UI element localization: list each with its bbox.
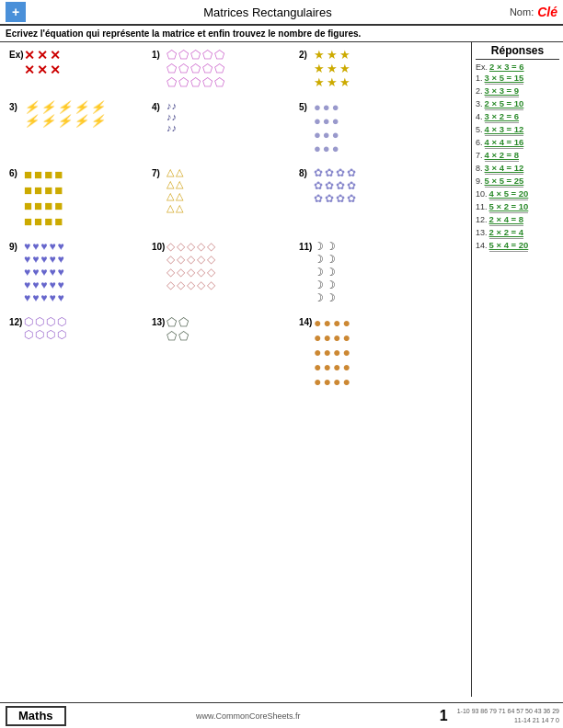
shape-lightning: ⚡ bbox=[24, 114, 39, 128]
shape-circle: ● bbox=[323, 128, 330, 142]
exercise-6: 6) ■ ■ ■ ■ ■ ■ ■ ■ bbox=[6, 165, 148, 231]
answer-item-row: 11. 5 × 2 = 10 bbox=[476, 200, 559, 213]
shape-hex: ⬡ bbox=[24, 328, 33, 341]
shape-diamond: ◇ bbox=[177, 253, 185, 266]
exercise-3: 3) ⚡ ⚡ ⚡ ⚡ ⚡ ⚡ ⚡ ⚡ ⚡ bbox=[6, 98, 148, 157]
answer-value: 3 × 4 = 12 bbox=[485, 162, 524, 175]
shape-square: ■ bbox=[44, 182, 52, 198]
answer-item-row: 7. 4 × 2 = 8 bbox=[476, 149, 559, 162]
shape-diamond: ◇ bbox=[177, 279, 185, 291]
shape-flower: ✿ bbox=[325, 166, 334, 179]
shape-flower: ✿ bbox=[347, 179, 356, 192]
exercise-7: 7) △ △ △ △ △ △ bbox=[148, 165, 295, 231]
shape-square: ■ bbox=[24, 166, 32, 182]
shape-triangle: △ bbox=[176, 202, 183, 214]
shape-diamond: ◇ bbox=[197, 279, 205, 291]
shape-crescent: ☽ bbox=[326, 266, 336, 279]
answer-num-label: 12. bbox=[476, 215, 488, 224]
shape-diamond: ◇ bbox=[167, 266, 175, 279]
shape-square: ■ bbox=[34, 166, 42, 182]
shape-heart: ♥ bbox=[24, 253, 30, 266]
shape-square: ■ bbox=[44, 213, 52, 229]
shape-heart: ♥ bbox=[32, 279, 39, 291]
shape-star: ★ bbox=[314, 48, 325, 62]
shape-x: ✕ bbox=[50, 63, 61, 77]
shape-square: ■ bbox=[24, 213, 32, 229]
shape-star: ★ bbox=[339, 75, 350, 89]
exercise-4: 4) ♪♪ ♪♪ ♪♪ bbox=[148, 98, 295, 157]
shape-pentagon-outline: ⬠ bbox=[167, 329, 177, 343]
shape-lightning: ⚡ bbox=[74, 100, 88, 114]
shape-circle: ● bbox=[323, 100, 330, 114]
exercise-5: 5) ● ● ● ● ● ● ● bbox=[295, 98, 433, 157]
shape-circle-orange: ● bbox=[333, 315, 340, 330]
shape-square: ■ bbox=[34, 213, 42, 229]
shape-crescent: ☽ bbox=[314, 240, 324, 253]
shape-star: ★ bbox=[339, 48, 350, 62]
ex-label: Ex) bbox=[9, 50, 24, 60]
shape-lightning: ⚡ bbox=[24, 100, 39, 114]
shape-flower: ✿ bbox=[336, 166, 345, 179]
answer-item-row: 8. 3 × 4 = 12 bbox=[476, 162, 559, 175]
shape-flower: ✿ bbox=[325, 192, 334, 205]
shape-pentagon: ⬠ bbox=[190, 75, 201, 89]
shape-circle: ● bbox=[332, 142, 339, 155]
shape-music: ♪♪ bbox=[167, 100, 177, 111]
shape-music: ♪♪ bbox=[167, 111, 177, 122]
shape-circle: ● bbox=[323, 114, 330, 128]
exercise-1: 1) ⬠ ⬠ ⬠ ⬠ ⬠ ⬠ ⬠ ⬠ ⬠ bbox=[148, 46, 295, 91]
shape-triangle: △ bbox=[167, 166, 174, 178]
shape-heart: ♥ bbox=[40, 253, 47, 266]
shape-heart: ♥ bbox=[24, 240, 30, 253]
nom-label: Nom: bbox=[510, 6, 534, 17]
answer-num-label: 6. bbox=[476, 138, 483, 147]
shape-x: ✕ bbox=[50, 48, 61, 63]
shape-heart: ♥ bbox=[24, 291, 30, 304]
answer-ex-label: Ex. bbox=[476, 63, 488, 72]
shape-heart: ♥ bbox=[49, 279, 55, 291]
shape-square: ■ bbox=[54, 166, 63, 182]
answer-value: 2 × 2 = 4 bbox=[489, 226, 524, 239]
shape-circle-orange: ● bbox=[323, 359, 330, 374]
shape-pentagon: ⬠ bbox=[178, 75, 189, 89]
shape-diamond: ◇ bbox=[207, 253, 215, 266]
footer-stats-bot: 11-14 21 14 7 0 bbox=[457, 716, 559, 724]
shape-pentagon-outline: ⬠ bbox=[167, 315, 177, 329]
shape-star: ★ bbox=[314, 62, 325, 75]
shape-square: ■ bbox=[24, 182, 32, 198]
shape-heart: ♥ bbox=[40, 266, 47, 279]
shape-diamond: ◇ bbox=[207, 240, 215, 253]
shape-square: ■ bbox=[54, 213, 63, 229]
shape-square: ■ bbox=[44, 166, 52, 182]
answer-item-row: 1. 3 × 5 = 15 bbox=[476, 72, 559, 85]
shape-pentagon: ⬠ bbox=[214, 48, 224, 62]
shape-heart: ♥ bbox=[49, 240, 55, 253]
shape-flower: ✿ bbox=[336, 192, 345, 205]
answer-value: 2 × 5 = 10 bbox=[485, 97, 524, 110]
shape-crescent: ☽ bbox=[326, 240, 336, 253]
shape-heart: ♥ bbox=[58, 266, 64, 279]
shape-music: ♪♪ bbox=[167, 122, 177, 133]
shape-circle-orange: ● bbox=[333, 359, 340, 374]
answer-item-row: 13. 2 × 2 = 4 bbox=[476, 226, 559, 239]
footer-url: www.CommonCoreSheets.fr bbox=[66, 711, 431, 721]
shape-hex: ⬡ bbox=[35, 328, 44, 341]
shape-pentagon: ⬠ bbox=[214, 62, 224, 75]
shape-diamond: ◇ bbox=[187, 253, 195, 266]
answer-num-label: 4. bbox=[476, 112, 483, 121]
shape-circle: ● bbox=[314, 114, 321, 128]
shape-circle: ● bbox=[314, 100, 321, 114]
shape-flower: ✿ bbox=[336, 179, 345, 192]
shape-pentagon: ⬠ bbox=[167, 48, 177, 62]
shape-lightning: ⚡ bbox=[90, 100, 105, 114]
answer-num-label: 8. bbox=[476, 164, 483, 173]
shape-flower: ✿ bbox=[314, 179, 323, 192]
answer-num-label: 3. bbox=[476, 99, 483, 108]
shape-lightning: ⚡ bbox=[90, 114, 105, 128]
answer-item-row: 6. 4 × 4 = 16 bbox=[476, 136, 559, 149]
shape-star: ★ bbox=[314, 75, 325, 89]
shape-triangle: △ bbox=[167, 178, 174, 190]
shape-circle-orange: ● bbox=[323, 315, 330, 330]
answer-value: 4 × 4 = 16 bbox=[485, 136, 524, 149]
footer: Maths www.CommonCoreSheets.fr 1 1-10 93 … bbox=[0, 702, 563, 728]
